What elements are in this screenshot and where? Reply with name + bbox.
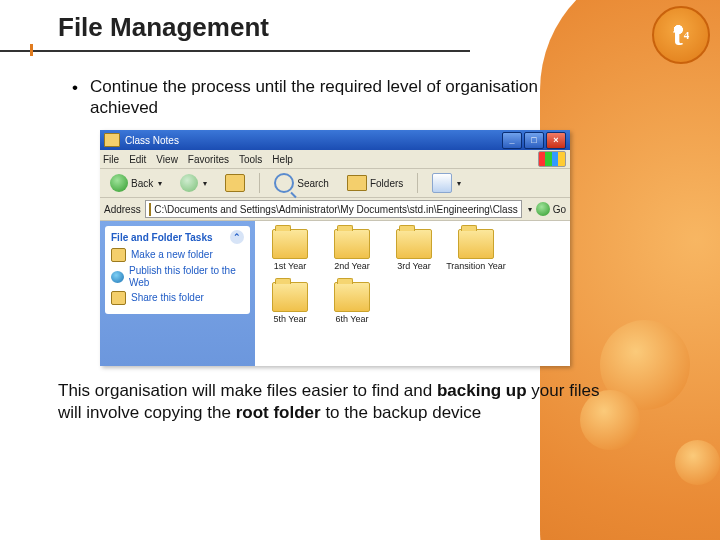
- menubar: File Edit View Favorites Tools Help: [100, 150, 570, 169]
- logo-letter: t: [673, 18, 683, 52]
- chevron-down-icon[interactable]: ▾: [528, 205, 532, 214]
- maximize-button[interactable]: □: [524, 132, 544, 149]
- folder-icon: [149, 203, 151, 216]
- folders-label: Folders: [370, 178, 403, 189]
- globe-icon: [111, 271, 124, 283]
- minimize-button[interactable]: _: [502, 132, 522, 149]
- para-bold: root folder: [236, 403, 321, 422]
- back-icon: [110, 174, 128, 192]
- t4-logo: t4: [652, 6, 710, 64]
- tasks-box: File and Folder Tasks ⌃ Make a new folde…: [105, 226, 250, 314]
- search-button[interactable]: Search: [268, 170, 335, 196]
- folder-item[interactable]: 1st Year: [260, 229, 320, 272]
- folder-icon: [334, 282, 370, 312]
- new-folder-icon: [111, 248, 126, 262]
- chevron-down-icon: ▾: [158, 179, 162, 188]
- forward-icon: [180, 174, 198, 192]
- separator: [417, 173, 418, 193]
- slide-title: File Management: [58, 12, 269, 43]
- collapse-icon: ⌃: [230, 230, 244, 244]
- task-label: Make a new folder: [131, 249, 213, 261]
- para-text: to the backup device: [321, 403, 482, 422]
- task-share[interactable]: Share this folder: [111, 291, 244, 305]
- folder-item[interactable]: 6th Year: [322, 282, 382, 325]
- folder-item[interactable]: Transition Year: [446, 229, 506, 272]
- folder-item[interactable]: 5th Year: [260, 282, 320, 325]
- folder-content: 1st Year 2nd Year 3rd Year Transition Ye…: [255, 221, 570, 366]
- window-title: Class Notes: [125, 135, 179, 146]
- folder-label: 6th Year: [335, 315, 368, 325]
- views-button[interactable]: ▾: [426, 170, 467, 196]
- up-button[interactable]: [219, 171, 251, 195]
- address-label: Address: [104, 204, 141, 215]
- menu-edit[interactable]: Edit: [129, 154, 146, 165]
- windows-flag-icon: [538, 151, 566, 167]
- close-button[interactable]: ×: [546, 132, 566, 149]
- folder-label: 3rd Year: [397, 262, 431, 272]
- folders-icon: [347, 175, 367, 191]
- explorer-window: Class Notes _ □ × File Edit View Favorit…: [100, 130, 570, 366]
- folders-button[interactable]: Folders: [341, 172, 409, 194]
- bullet-marker: •: [72, 78, 78, 98]
- tasks-header[interactable]: File and Folder Tasks ⌃: [111, 230, 244, 244]
- task-new-folder[interactable]: Make a new folder: [111, 248, 244, 262]
- folder-label: 5th Year: [273, 315, 306, 325]
- tasks-panel: File and Folder Tasks ⌃ Make a new folde…: [100, 221, 255, 366]
- bullet-text: Continue the process until the required …: [90, 76, 560, 119]
- address-path: C:\Documents and Settings\Administrator\…: [154, 204, 518, 215]
- task-label: Publish this folder to the Web: [129, 265, 244, 288]
- menu-favorites[interactable]: Favorites: [188, 154, 229, 165]
- separator: [259, 173, 260, 193]
- explorer-body: File and Folder Tasks ⌃ Make a new folde…: [100, 221, 570, 366]
- up-folder-icon: [225, 174, 245, 192]
- go-icon: [536, 202, 550, 216]
- folder-label: 2nd Year: [334, 262, 370, 272]
- search-icon: [274, 173, 294, 193]
- bottom-paragraph: This organisation will make files easier…: [58, 380, 618, 424]
- folder-label: Transition Year: [446, 262, 506, 272]
- title-underline: [0, 50, 470, 52]
- folder-icon: [272, 282, 308, 312]
- menu-file[interactable]: File: [103, 154, 119, 165]
- go-button[interactable]: Go: [536, 202, 566, 216]
- views-icon: [432, 173, 452, 193]
- titlebar: Class Notes _ □ ×: [100, 130, 570, 150]
- chevron-down-icon: ▾: [457, 179, 461, 188]
- folder-icon: [104, 133, 120, 147]
- folder-item[interactable]: 2nd Year: [322, 229, 382, 272]
- share-folder-icon: [111, 291, 126, 305]
- folder-label: 1st Year: [274, 262, 307, 272]
- folder-icon: [272, 229, 308, 259]
- address-field[interactable]: C:\Documents and Settings\Administrator\…: [145, 200, 522, 218]
- title-tick: [30, 44, 33, 56]
- tasks-header-label: File and Folder Tasks: [111, 232, 213, 243]
- folder-icon: [458, 229, 494, 259]
- task-publish[interactable]: Publish this folder to the Web: [111, 265, 244, 288]
- search-label: Search: [297, 178, 329, 189]
- address-bar: Address C:\Documents and Settings\Admini…: [100, 198, 570, 221]
- forward-button[interactable]: ▾: [174, 171, 213, 195]
- logo-sup: 4: [684, 29, 690, 41]
- back-label: Back: [131, 178, 153, 189]
- chevron-down-icon: ▾: [203, 179, 207, 188]
- menu-help[interactable]: Help: [272, 154, 293, 165]
- menu-view[interactable]: View: [156, 154, 178, 165]
- folder-item[interactable]: 3rd Year: [384, 229, 444, 272]
- folder-icon: [334, 229, 370, 259]
- back-button[interactable]: Back▾: [104, 171, 168, 195]
- slide: t4 File Management • Continue the proces…: [0, 0, 720, 540]
- para-text: This organisation will make files easier…: [58, 381, 437, 400]
- para-bold: backing up: [437, 381, 527, 400]
- go-label: Go: [553, 204, 566, 215]
- task-label: Share this folder: [131, 292, 204, 304]
- folder-icon: [396, 229, 432, 259]
- menu-tools[interactable]: Tools: [239, 154, 262, 165]
- toolbar: Back▾ ▾ Search Folders ▾: [100, 169, 570, 198]
